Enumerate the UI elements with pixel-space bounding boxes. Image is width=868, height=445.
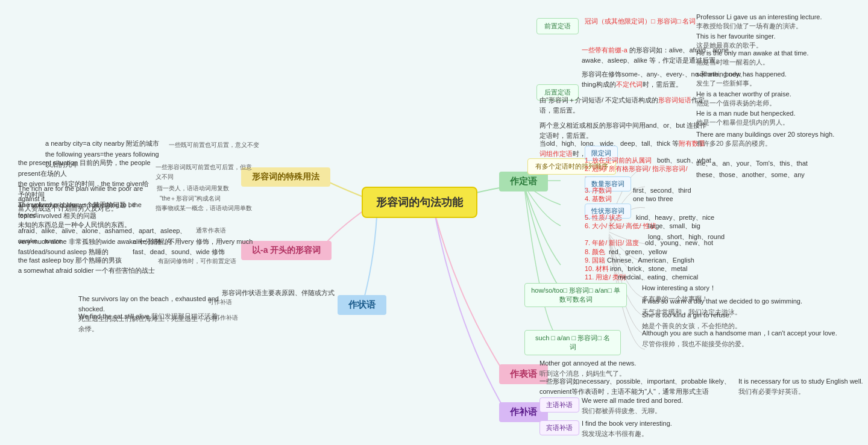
branch-teshuyongfa: 形容词的特殊用法	[241, 167, 330, 187]
center-node: 形容词的句法功能	[362, 187, 477, 218]
qianfu-ex1-cn: 李教授给我们做了一场有趣的演讲。	[696, 21, 802, 32]
houfu2-ex2-cn: 他是一个粗暴但是惧内的男人。	[696, 117, 789, 128]
branch-zuozhuang: 作状语	[338, 295, 386, 315]
such-ex1-en: Although you are such a handsome man，I c…	[642, 328, 837, 349]
branch-yia: 以-a 开头的形容词	[241, 241, 332, 260]
xianding-rule2-val: the、a、an、your、Tom's、this、thatthese、those…	[696, 158, 808, 180]
subbranch-zhuyu: 主语补语	[539, 397, 579, 412]
zhuyu-ex1-en: We were all made tired and bored. 我们都被弄得…	[582, 396, 683, 415]
houfu2-rule: 由"形容词＋介词短语/ 不定式短语构成的形容词短语作定语，需后置。	[539, 95, 708, 115]
zuobiao-note: 一些形容词如necessary、possible、important、proba…	[539, 376, 738, 396]
subbranch-howsotoo: how/so/too□ 形容词□ a/an□ 单数可数名词	[524, 283, 627, 307]
zuobiao-ex1-en: It is necessary for us to study English …	[738, 376, 863, 396]
kezu-note: 可作补语	[208, 297, 232, 307]
subbranch-binyu: 宾语补语	[539, 420, 579, 435]
yia-rule2b: alike 除外，不用very 修饰，用very much fast、dead、…	[133, 237, 253, 257]
binyu-ex1-en: I find the book very interesting. 我发现这本书…	[582, 419, 672, 438]
zuozhuang-rule: 形容词作状语主要表原因、伴随或方式	[222, 288, 335, 298]
houfu-ex2-cn: 发生了一些新鲜事。	[696, 78, 756, 89]
present-note: 一些形容词既可前置也可后置，但意义不同	[156, 163, 252, 182]
shuliang-4: 4. 基数词	[585, 194, 612, 205]
zuobiao-rule: Mother got annoyed at the news. 听到这个消息，妈…	[539, 358, 636, 378]
subbranch-such: such □ a/an □ 形容词□ 名词	[524, 330, 621, 355]
the-note: "the＋形容词"构成名词	[160, 194, 221, 204]
subbranch-qianfu: 前置定语	[536, 18, 579, 34]
yia-tongyong: 通常作表语	[196, 226, 226, 235]
mind-map: 形容词的句法功能 作定语 前置定语 冠词（或其他限定词）□ 形容词□ 名词 Pr…	[0, 0, 868, 445]
yia-ex1: the fast asleep boy 那个熟睡的男孩 a somewhat a…	[18, 255, 155, 275]
kezu-2: 可作补语	[214, 313, 238, 323]
zuozhuang-cat-ex: We find the cat still alive.我们发现那只猫还活着。	[78, 311, 224, 322]
houfu-ex1-cn: 他是当时唯一醒着的人。	[696, 57, 769, 68]
houfu2-rule2: 两个意义相近或相反的形容词中间用and、or、but 连接作定语时，需后置。	[539, 120, 708, 140]
houfu2-ex1-cn: 他是一个值得表扬的老师。	[696, 98, 776, 109]
rich-note: 指一类人，语语动词用复数	[157, 184, 229, 193]
unknown-note: 指事物或某一概念，语语动词用单数	[156, 204, 252, 213]
houfu2-ex3-cn: 有许多20 多层高的楼房。	[696, 138, 772, 149]
xingzhuang-6: 6. 大小/ 长短/ 高低/ 性状	[585, 221, 656, 232]
shuliang-4-val: one two three	[633, 194, 673, 205]
qianfu-rule: 冠词（或其他限定词）□ 形容词□ 名词	[585, 16, 696, 27]
nearby-note: 一些既可前置也可后置，意义不变	[169, 140, 259, 150]
yia-ex1-note: 有副词修饰时，可作前置定语	[158, 257, 236, 266]
xingzhuang-11-val: medcial、eating、chemical	[618, 272, 698, 283]
